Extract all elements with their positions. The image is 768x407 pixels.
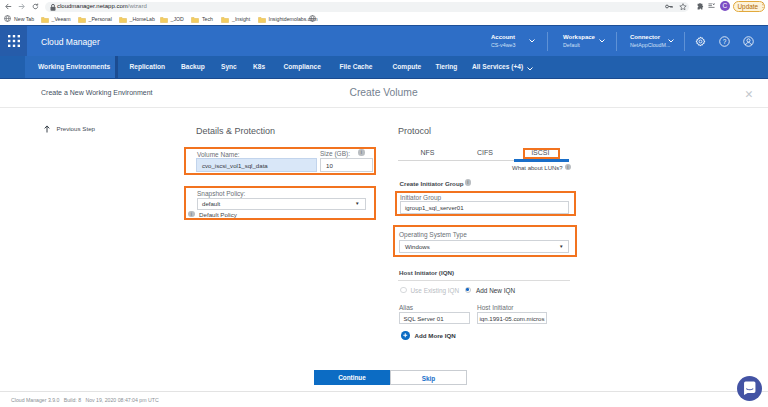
svg-text:?: ? <box>723 38 727 45</box>
